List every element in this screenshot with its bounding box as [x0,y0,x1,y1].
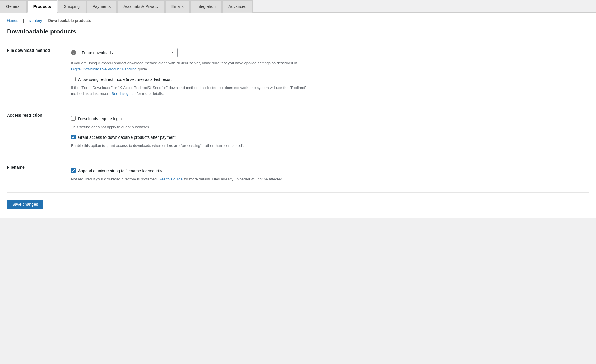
grant-access-desc: Enable this option to grant access to do… [71,143,310,149]
page-title: Downloadable products [7,28,589,35]
see-this-guide-link-1[interactable]: See this guide [111,91,135,96]
access-restriction-row: Access restriction Downloads require log… [7,107,589,159]
digital-product-link[interactable]: Digital/Downloadable Product Handling [71,67,136,71]
access-restriction-label: Access restriction [7,107,71,159]
redirect-mode-label[interactable]: Allow using redirect mode (insecure) as … [78,77,172,83]
append-string-checkbox[interactable] [71,168,76,173]
redirect-desc-after: for more details. [136,91,164,96]
breadcrumb-inventory-link[interactable]: Inventory [26,18,42,23]
redirect-mode-checkbox-row: Allow using redirect mode (insecure) as … [71,77,589,83]
breadcrumb-general-link[interactable]: General [7,18,20,23]
append-desc-before: Not required if your download directory … [71,177,159,181]
breadcrumb-current: Downloadable products [48,18,91,23]
redirect-desc-before: If the "Force Downloads" or "X-Accel-Red… [71,86,306,96]
filename-control: Append a unique string to filename for s… [71,159,589,192]
tab-products[interactable]: Products [27,0,57,13]
grant-access-checkbox[interactable] [71,135,76,139]
require-login-checkbox[interactable] [71,116,76,121]
filename-label: Filename [7,159,71,192]
append-string-label[interactable]: Append a unique string to filename for s… [78,168,162,174]
file-download-row: File download method ? Force downloads X… [7,42,589,107]
tab-general[interactable]: General [0,0,27,13]
help-icon[interactable]: ? [71,50,76,55]
grant-access-label[interactable]: Grant access to downloadable products af… [78,134,175,141]
tab-advanced[interactable]: Advanced [222,0,253,13]
tab-payments[interactable]: Payments [86,0,117,13]
append-string-checkbox-row: Append a unique string to filename for s… [71,168,589,174]
breadcrumb-sep-1: | [23,18,25,23]
file-download-desc-after: guide. [136,67,148,71]
append-desc-after: for more details. Files already uploaded… [183,177,283,181]
access-restriction-control: Downloads require login This setting doe… [71,107,589,159]
tab-accounts-privacy[interactable]: Accounts & Privacy [117,0,165,13]
select-wrapper: ? Force downloads X-Accel-Redirect/X-Sen… [71,48,589,57]
file-download-desc: If you are using X-Accel-Redirect downlo… [71,60,310,72]
file-download-desc-before: If you are using X-Accel-Redirect downlo… [71,61,297,65]
redirect-mode-desc: If the "Force Downloads" or "X-Accel-Red… [71,85,310,97]
append-string-desc: Not required if your download directory … [71,176,310,182]
grant-access-checkbox-row: Grant access to downloadable products af… [71,134,589,141]
filename-row: Filename Append a unique string to filen… [7,159,589,192]
settings-table: File download method ? Force downloads X… [7,42,589,193]
require-login-checkbox-row: Downloads require login [71,116,589,122]
require-login-desc: This setting does not apply to guest pur… [71,124,310,130]
tab-integration[interactable]: Integration [190,0,222,13]
file-download-label: File download method [7,42,71,107]
breadcrumb-sep-2: | [45,18,47,23]
tab-emails[interactable]: Emails [165,0,190,13]
main-content: General | Inventory | Downloadable produ… [0,13,596,218]
require-login-label[interactable]: Downloads require login [78,116,122,122]
save-changes-button[interactable]: Save changes [7,200,43,209]
see-this-guide-link-2[interactable]: See this guide [159,177,182,181]
file-download-control: ? Force downloads X-Accel-Redirect/X-Sen… [71,42,589,107]
file-download-select[interactable]: Force downloads X-Accel-Redirect/X-Sendf… [79,48,178,57]
tab-shipping[interactable]: Shipping [58,0,86,13]
tabs-bar: GeneralProductsShippingPaymentsAccounts … [0,0,596,13]
page-wrapper: GeneralProductsShippingPaymentsAccounts … [0,0,596,218]
redirect-mode-checkbox[interactable] [71,77,76,81]
breadcrumb: General | Inventory | Downloadable produ… [7,18,589,23]
